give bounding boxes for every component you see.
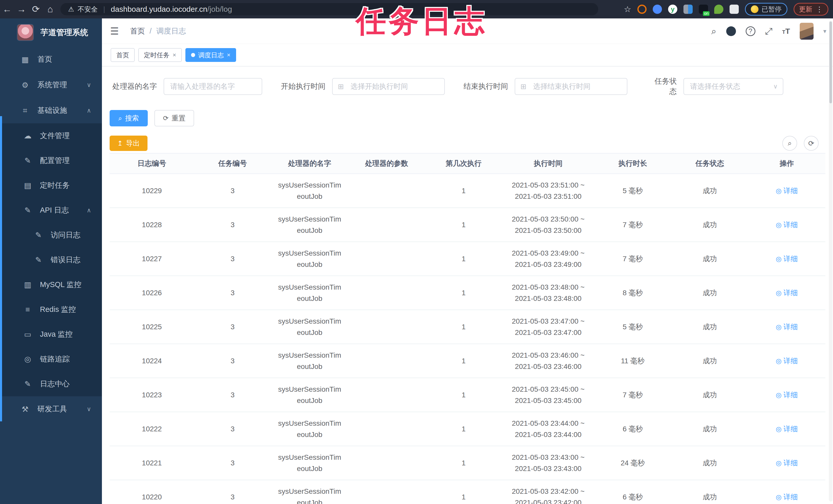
back-icon[interactable]: ←	[0, 4, 14, 15]
eye-icon: ◎	[776, 493, 782, 501]
detail-link[interactable]: ◎ 详细	[776, 459, 798, 467]
bookmark-star-icon[interactable]: ☆	[624, 4, 631, 14]
detail-link[interactable]: ◎ 详细	[776, 323, 798, 331]
page: ← → ⟳ ⌂ ⚠ 不安全 | dashboard.yudao.iocoder.…	[0, 0, 833, 504]
action-cell: ◎ 详细	[748, 480, 825, 504]
sidebar-item-api-log[interactable]: ✎ API 日志 ∧	[0, 198, 102, 223]
search-icon[interactable]: ⌕	[711, 26, 716, 36]
detail-link[interactable]: ◎ 详细	[776, 493, 798, 501]
sidebar-item-system[interactable]: ⚙ 系统管理 ∨	[0, 72, 102, 98]
sidebar-item-log-center[interactable]: ✎ 日志中心	[0, 372, 102, 396]
duration-cell: 7 毫秒	[594, 208, 671, 242]
exec-index-cell: 1	[425, 480, 502, 504]
refresh-icon[interactable]: ⟳	[804, 136, 819, 151]
action-cell: ◎ 详细	[748, 174, 825, 208]
avatar[interactable]	[800, 23, 813, 40]
refresh-icon: ⟳	[163, 115, 169, 122]
table-row: 10227 3 sysUserSessionTim eoutJob 1 2021…	[110, 242, 825, 276]
start-time-input[interactable]	[332, 78, 445, 95]
handler-name-input[interactable]	[164, 78, 262, 95]
task-status-select[interactable]	[684, 78, 783, 95]
url-host: dashboard.yudao.iocoder.cn	[111, 5, 208, 14]
reset-button[interactable]: ⟳ 重置	[154, 110, 194, 126]
address-bar[interactable]: ⚠ 不安全 | dashboard.yudao.iocoder.cn /job/…	[61, 3, 598, 15]
column-header: 日志编号	[110, 153, 194, 174]
edit-icon: ✎	[23, 156, 33, 165]
topbar-actions: ⌕ ? ⤢ TT ▾	[711, 23, 826, 40]
table-row: 10228 3 sysUserSessionTim eoutJob 1 2021…	[110, 208, 825, 242]
sidebar-item-redis-monitor[interactable]: ≡ Redis 监控	[0, 297, 102, 322]
sidebar-item-mysql-monitor[interactable]: ▥ MySQL 监控	[0, 272, 102, 297]
browser-menu-icon[interactable]: ⋮	[816, 5, 823, 14]
sidebar-item-infrastructure[interactable]: ⌗ 基础设施 ∧	[0, 98, 102, 123]
sidebar-item-error-log[interactable]: ✎ 错误日志	[0, 247, 102, 272]
handler-param-cell	[348, 344, 425, 378]
extension-icon[interactable]	[637, 5, 647, 14]
extension-icon[interactable]	[653, 5, 662, 14]
extensions-puzzle-icon[interactable]	[730, 5, 739, 14]
fullscreen-icon[interactable]: ⤢	[765, 26, 772, 36]
font-size-icon[interactable]: TT	[782, 27, 790, 35]
detail-link[interactable]: ◎ 详细	[776, 187, 798, 195]
update-button[interactable]: 更新 ⋮	[793, 3, 828, 16]
sidebar-item-file-management[interactable]: ☁ 文件管理	[0, 123, 102, 148]
tab-job-log[interactable]: 调度日志 ×	[185, 48, 236, 62]
end-time-input[interactable]	[515, 78, 627, 95]
handler-param-cell	[348, 310, 425, 344]
task-status-field: ∨	[684, 78, 783, 95]
chevron-up-icon: ∧	[87, 207, 91, 214]
close-icon[interactable]: ×	[227, 51, 231, 58]
gear-icon: ⚙	[20, 81, 30, 90]
breadcrumb-home[interactable]: 首页	[130, 26, 145, 36]
handler-param-cell	[348, 480, 425, 504]
github-icon[interactable]	[726, 26, 736, 36]
sidebar-item-access-log[interactable]: ✎ 访问日志	[0, 223, 102, 247]
detail-link[interactable]: ◎ 详细	[776, 255, 798, 263]
forward-icon[interactable]: →	[14, 4, 29, 15]
table-row: 10225 3 sysUserSessionTim eoutJob 1 2021…	[110, 310, 825, 344]
paused-badge[interactable]: 已暂停	[745, 3, 787, 16]
column-header: 第几次执行	[425, 153, 502, 174]
sidebar-item-trace[interactable]: ◎ 链路追踪	[0, 347, 102, 372]
breadcrumb-separator: /	[149, 27, 151, 35]
sidebar-item-devtools[interactable]: ⚒ 研发工具 ∨	[0, 396, 102, 422]
extension-icon[interactable]	[714, 5, 723, 14]
scrollbar-thumb[interactable]	[829, 22, 832, 103]
detail-link[interactable]: ◎ 详细	[776, 289, 798, 297]
sidebar-item-home[interactable]: ▦ 首页	[0, 47, 102, 72]
detail-link[interactable]: ◎ 详细	[776, 357, 798, 365]
log-id-cell: 10220	[110, 480, 194, 504]
action-cell: ◎ 详细	[748, 242, 825, 276]
detail-link[interactable]: ◎ 详细	[776, 221, 798, 229]
status-cell: 成功	[671, 412, 748, 446]
chevron-down-icon[interactable]: ▾	[823, 28, 826, 35]
detail-link[interactable]: ◎ 详细	[776, 391, 798, 399]
tab-scheduled-tasks[interactable]: 定时任务 ×	[138, 48, 182, 62]
extension-icon[interactable]: y	[668, 5, 677, 14]
reload-icon[interactable]: ⟳	[29, 4, 43, 15]
duration-cell: 24 毫秒	[594, 446, 671, 480]
extension-icon[interactable]	[684, 5, 693, 14]
log-center-icon: ✎	[23, 379, 33, 388]
duration-cell: 7 毫秒	[594, 378, 671, 412]
app-logo-row[interactable]: 芋道管理系统	[0, 19, 102, 47]
status-cell: 成功	[671, 276, 748, 310]
handler-name-cell: sysUserSessionTim eoutJob	[271, 208, 348, 242]
toggle-search-icon[interactable]: ⌕	[782, 136, 797, 151]
scrollbar[interactable]	[829, 21, 832, 501]
extension-icon[interactable]	[699, 5, 708, 14]
log-id-cell: 10229	[110, 174, 194, 208]
tab-home[interactable]: 首页	[111, 48, 135, 62]
sidebar-item-java-monitor[interactable]: ▭ Java 监控	[0, 322, 102, 347]
hamburger-icon[interactable]: ☰	[110, 26, 119, 37]
close-icon[interactable]: ×	[173, 51, 176, 58]
search-button[interactable]: ⌕ 搜索	[110, 110, 148, 126]
help-icon[interactable]: ?	[746, 26, 755, 36]
security-label: 不安全	[78, 5, 98, 14]
start-time-field: ⊞	[332, 78, 445, 95]
sidebar-item-config-management[interactable]: ✎ 配置管理	[0, 148, 102, 173]
detail-link[interactable]: ◎ 详细	[776, 425, 798, 433]
export-button[interactable]: ↥ 导出	[110, 135, 147, 151]
sidebar-item-scheduled-tasks[interactable]: ▤ 定时任务	[0, 173, 102, 198]
home-icon[interactable]: ⌂	[43, 4, 57, 15]
